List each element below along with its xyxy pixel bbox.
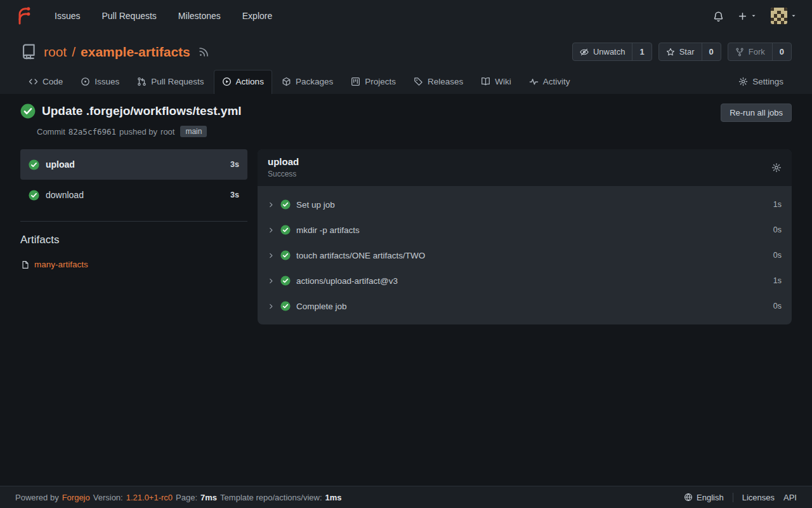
licenses-link[interactable]: Licenses bbox=[742, 493, 775, 502]
repo-owner-link[interactable]: root bbox=[44, 44, 67, 60]
chevron-right-icon bbox=[268, 252, 275, 259]
footer: Powered by Forgejo Version: 1.21.0+1-rc0… bbox=[0, 486, 812, 508]
step-row[interactable]: Complete job 0s bbox=[258, 293, 792, 319]
repo-title-separator: / bbox=[72, 44, 75, 60]
job-options-gear-icon[interactable] bbox=[771, 163, 782, 173]
watchers-count[interactable]: 1 bbox=[632, 43, 651, 60]
step-duration: 0s bbox=[773, 225, 782, 234]
tab-packages[interactable]: Packages bbox=[273, 70, 341, 94]
star-button-group: Star 0 bbox=[658, 43, 721, 61]
artifacts-heading: Artifacts bbox=[20, 234, 247, 246]
commit-label: Commit bbox=[37, 127, 65, 137]
tab-label: Pull Requests bbox=[151, 77, 204, 86]
forgejo-logo[interactable] bbox=[15, 6, 34, 25]
chevron-right-icon bbox=[268, 227, 275, 234]
template-time-value: 1ms bbox=[325, 493, 342, 502]
job-detail-status: Success bbox=[268, 170, 299, 178]
tab-activity[interactable]: Activity bbox=[521, 70, 579, 94]
fork-button-group: Fork 0 bbox=[728, 43, 792, 61]
check-circle-icon bbox=[29, 159, 39, 170]
step-duration: 1s bbox=[773, 276, 782, 285]
issue-icon bbox=[81, 77, 90, 86]
top-navbar: Issues Pull Requests Milestones Explore bbox=[0, 0, 812, 32]
language-label: English bbox=[697, 493, 724, 502]
job-duration: 3s bbox=[230, 160, 239, 169]
fork-button[interactable]: Fork bbox=[728, 43, 772, 60]
package-icon bbox=[282, 77, 291, 86]
unwatch-label: Unwatch bbox=[593, 47, 625, 57]
forgejo-logo-icon bbox=[15, 6, 34, 25]
job-item[interactable]: upload 3s bbox=[20, 149, 247, 180]
create-new-button[interactable] bbox=[738, 11, 757, 21]
step-name: mkdir -p artifacts bbox=[296, 225, 360, 235]
tab-issues[interactable]: Issues bbox=[72, 70, 128, 94]
rerun-all-jobs-button[interactable]: Re-run all jobs bbox=[721, 104, 792, 122]
step-row[interactable]: mkdir -p artifacts 0s bbox=[258, 217, 792, 243]
tab-label: Packages bbox=[296, 77, 333, 86]
notifications-button[interactable] bbox=[713, 11, 724, 22]
profile-menu[interactable] bbox=[771, 8, 797, 24]
navbar-link[interactable]: Milestones bbox=[178, 11, 221, 21]
tab-pull-requests[interactable]: Pull Requests bbox=[129, 70, 212, 94]
navbar-link[interactable]: Explore bbox=[242, 11, 272, 21]
forgejo-link[interactable]: Forgejo bbox=[62, 493, 90, 502]
repo-name-link[interactable]: example-artifacts bbox=[81, 44, 190, 60]
commit-sha[interactable]: 82a5cf6961 bbox=[69, 127, 116, 137]
tab-label: Actions bbox=[236, 77, 264, 86]
pusher-link[interactable]: root bbox=[160, 127, 174, 137]
step-row[interactable]: actions/upload-artifact@v3 1s bbox=[258, 268, 792, 293]
repo-title: root / example-artifacts bbox=[44, 44, 190, 60]
steps-list: Set up job 1s mkdir -p artifacts 0s to bbox=[258, 186, 792, 324]
actions-run-view: Update .forgejo/workflows/test.yml Re-ru… bbox=[0, 94, 812, 486]
unwatch-button[interactable]: Unwatch bbox=[573, 43, 632, 60]
play-circle-icon bbox=[222, 77, 232, 86]
step-name: Set up job bbox=[296, 200, 335, 210]
api-link[interactable]: API bbox=[783, 493, 797, 502]
navbar-link[interactable]: Pull Requests bbox=[102, 11, 156, 21]
tab-projects[interactable]: Projects bbox=[343, 70, 404, 94]
tab-label: Wiki bbox=[495, 77, 511, 86]
navbar-links: Issues Pull Requests Milestones Explore bbox=[55, 11, 272, 21]
repo-header: root / example-artifacts Unwatch 1 Star … bbox=[0, 32, 812, 94]
job-item[interactable]: download 3s bbox=[20, 180, 247, 210]
tab-label: Activity bbox=[543, 77, 570, 86]
job-sidebar: upload 3s download 3s Artifacts bbox=[20, 149, 247, 271]
artifact-download-link[interactable]: many-artifacts bbox=[34, 260, 88, 269]
step-row[interactable]: touch artifacts/ONE artifacts/TWO 0s bbox=[258, 243, 792, 268]
pushed-by-label: pushed by bbox=[119, 127, 157, 137]
star-button[interactable]: Star bbox=[659, 43, 702, 60]
tab-actions[interactable]: Actions bbox=[214, 70, 272, 94]
version-label: Version: bbox=[93, 493, 123, 502]
run-title: Update .forgejo/workflows/test.yml bbox=[20, 104, 242, 119]
step-name: Complete job bbox=[296, 302, 347, 311]
stars-count[interactable]: 0 bbox=[702, 43, 721, 60]
tag-icon bbox=[414, 77, 423, 86]
repo-action-buttons: Unwatch 1 Star 0 Fork 0 bbox=[572, 43, 792, 61]
step-row[interactable]: Set up job 1s bbox=[258, 192, 792, 217]
tab-releases[interactable]: Releases bbox=[405, 70, 471, 94]
chevron-right-icon bbox=[268, 201, 275, 208]
tab-code[interactable]: Code bbox=[20, 70, 71, 94]
tab-bar: Code Issues Pull Requests Actions Packag… bbox=[20, 70, 792, 94]
eye-off-icon bbox=[580, 48, 589, 57]
caret-down-icon bbox=[750, 13, 757, 19]
bell-icon bbox=[713, 11, 724, 22]
footer-links: English Licenses API bbox=[684, 493, 797, 502]
footer-meta: Powered by Forgejo Version: 1.21.0+1-rc0… bbox=[15, 493, 342, 502]
language-menu[interactable]: English bbox=[684, 493, 724, 502]
version-link[interactable]: 1.21.0+1-rc0 bbox=[126, 493, 173, 502]
navbar-link[interactable]: Issues bbox=[55, 11, 80, 21]
job-detail-header: upload Success bbox=[258, 149, 792, 186]
tab-wiki[interactable]: Wiki bbox=[473, 70, 520, 94]
rss-icon[interactable] bbox=[199, 46, 209, 57]
tab-settings[interactable]: Settings bbox=[730, 70, 792, 94]
artifacts-list: many-artifacts bbox=[20, 258, 247, 271]
job-list: upload 3s download 3s bbox=[20, 149, 247, 210]
forks-count[interactable]: 0 bbox=[772, 43, 791, 60]
pulse-icon bbox=[529, 77, 539, 86]
powered-by-label: Powered by bbox=[15, 493, 59, 502]
page-time-label: Page: bbox=[176, 493, 197, 502]
fork-label: Fork bbox=[749, 47, 765, 57]
chevron-right-icon bbox=[268, 277, 275, 284]
branch-badge[interactable]: main bbox=[180, 126, 207, 137]
